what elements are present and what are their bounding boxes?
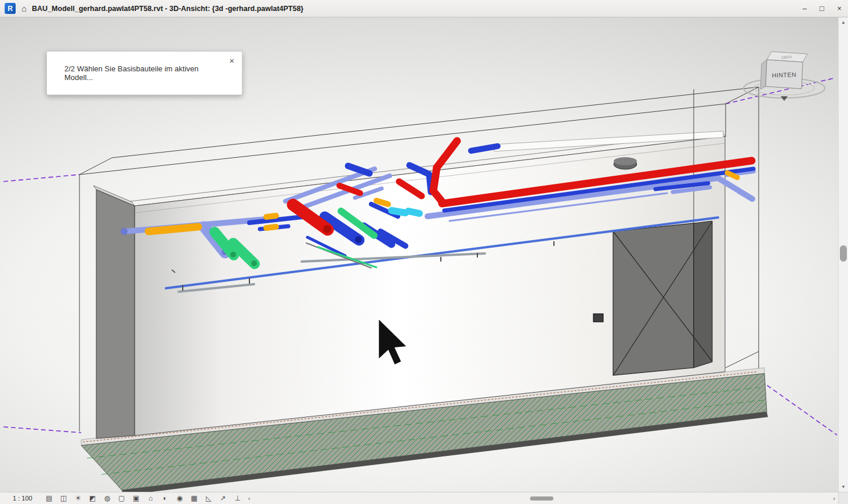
scroll-right-icon[interactable]: › [830,495,838,502]
revit-window: R ⌂ BAU_Modell_gerhard.pawlat4PT58.rvt -… [0,0,848,504]
pipe-end [121,228,128,235]
displacement-sets-icon[interactable]: ↗ [218,495,229,502]
pipe-end [251,260,257,266]
lock-3d-view-icon[interactable]: ⌂ [146,495,156,502]
close-button[interactable]: × [831,0,848,17]
show-crop-region-icon[interactable]: ▣ [131,495,142,502]
view-control-icons: ▤ ◫ ☀ ◩ ◍ ▢ ▣ ⌂ ◐ ◉ ▦ ◺ ↗ ⊥ [44,495,243,502]
scroll-left-icon[interactable]: ‹ [245,495,253,502]
horizontal-scrollbar[interactable]: ‹ › [245,492,838,504]
minimize-button[interactable]: – [796,0,813,17]
crop-view-icon[interactable]: ▢ [117,495,127,502]
scroll-up-icon[interactable]: ▲ [839,18,848,27]
horizontal-scroll-thumb[interactable] [530,496,553,501]
vertical-scrollbar[interactable]: ▲ ▼ [838,17,848,492]
cyan-pipes[interactable] [392,211,419,213]
reveal-hidden-elements-icon[interactable]: ◉ [175,495,185,502]
maximize-button[interactable]: □ [813,0,831,17]
view-control-bar: 1 : 100 ▤ ◫ ☀ ◩ ◍ ▢ ▣ ⌂ ◐ ◉ ▦ ◺ ↗ ⊥ ‹ › [0,492,848,504]
detail-level-icon[interactable]: ▤ [44,495,55,502]
scrollbar-corner [838,492,848,504]
temporary-view-properties-icon[interactable]: ▦ [189,495,200,502]
pipe-end [323,225,331,233]
notification-text: 2/2 Wählen Sie Basisbauteile im aktiven … [64,52,242,95]
viewport-3d[interactable]: HINTEN OBEN 2/2 Wählen Sie Basisbauteile… [0,17,848,492]
analytical-model-icon[interactable]: ◺ [204,495,214,502]
compass-pointer[interactable] [781,96,788,101]
scale-button[interactable]: 1 : 100 [9,495,36,502]
window-title: BAU_Modell_gerhard.pawlat4PT58.rvt - 3D-… [32,5,303,13]
visual-style-icon[interactable]: ◫ [59,495,69,502]
sun-path-icon[interactable]: ☀ [73,495,84,502]
junction-box[interactable] [593,314,603,322]
reveal-constraints-icon[interactable]: ⊥ [233,495,243,502]
window-controls: – □ × [796,0,848,17]
home-icon[interactable]: ⌂ [21,4,27,13]
notification-close-icon[interactable]: × [229,56,234,65]
scroll-down-icon[interactable]: ▼ [839,483,848,491]
pipe-cap-top [614,157,637,165]
shadows-icon[interactable]: ◩ [88,495,98,502]
revit-app-icon[interactable]: R [5,3,16,14]
titlebar: R ⌂ BAU_Modell_gerhard.pawlat4PT58.rvt -… [0,0,848,17]
horizontal-scroll-track[interactable] [253,492,830,504]
door[interactable] [613,221,712,375]
viewcube-front-label[interactable]: HINTEN [772,71,796,78]
pipe-end [355,236,362,243]
view-cube[interactable]: HINTEN OBEN [744,52,825,101]
vertical-scroll-thumb[interactable] [840,245,847,262]
return-wall-face[interactable] [96,190,135,438]
temporary-hide-isolate-icon[interactable]: ◐ [160,495,171,502]
pipe-end [230,252,236,258]
rendering-dialog-icon[interactable]: ◍ [102,495,113,502]
notification-toast: 2/2 Wählen Sie Basisbauteile im aktiven … [46,51,242,95]
